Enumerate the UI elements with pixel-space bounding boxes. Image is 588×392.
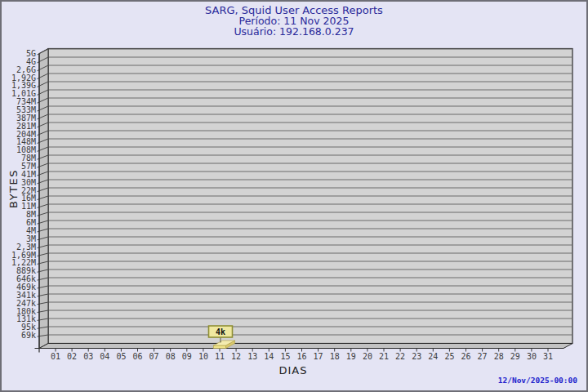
x-tick-label: 28 bbox=[494, 352, 504, 361]
x-tick-label: 23 bbox=[412, 352, 421, 361]
x-tick-label: 24 bbox=[428, 352, 438, 361]
x-tick-label: 07 bbox=[149, 352, 159, 361]
generated-timestamp: 12/Nov/2025-00:00 bbox=[498, 376, 577, 385]
x-tick-label: 01 bbox=[51, 352, 60, 361]
x-tick-label: 26 bbox=[461, 352, 470, 361]
x-tick-label: 25 bbox=[444, 352, 454, 361]
x-tick-label: 29 bbox=[510, 352, 520, 361]
x-tick-label: 03 bbox=[83, 352, 93, 361]
x-tick-label: 12 bbox=[231, 352, 241, 361]
x-tick-label: 02 bbox=[67, 352, 77, 361]
x-tick-label: 31 bbox=[543, 352, 553, 361]
x-tick-label: 18 bbox=[330, 352, 340, 361]
chart-frame: SARG, Squid User Access Reports Período:… bbox=[0, 0, 588, 392]
plot-area: 5G4G2,6G1,92G1,39G1,01G734M533M387M281M2… bbox=[0, 0, 588, 392]
x-tick-label: 27 bbox=[478, 352, 488, 361]
x-tick-label: 09 bbox=[182, 352, 192, 361]
x-tick-label: 05 bbox=[116, 352, 126, 361]
x-tick-label: 20 bbox=[363, 352, 372, 361]
bar bbox=[214, 345, 226, 349]
x-tick-label: 22 bbox=[395, 352, 405, 361]
x-tick-label: 17 bbox=[314, 352, 323, 361]
x-tick-label: 06 bbox=[132, 352, 142, 361]
plot-floor bbox=[39, 344, 572, 349]
x-tick-label: 10 bbox=[198, 352, 208, 361]
x-tick-label: 11 bbox=[215, 352, 225, 361]
x-tick-label: 30 bbox=[527, 352, 537, 361]
y-axis-title: BYTES bbox=[7, 169, 20, 208]
x-tick-label: 14 bbox=[264, 352, 274, 361]
x-tick-label: 13 bbox=[247, 352, 257, 361]
x-tick-label: 21 bbox=[379, 352, 389, 361]
x-axis-title: DIAS bbox=[279, 364, 308, 376]
x-tick-label: 15 bbox=[280, 352, 290, 361]
x-tick-label: 19 bbox=[346, 352, 356, 361]
bar-value-label: 4k bbox=[216, 327, 225, 336]
x-tick-label: 08 bbox=[166, 352, 176, 361]
x-tick-label: 04 bbox=[100, 352, 109, 361]
y-tick-label: 69k bbox=[21, 331, 36, 340]
x-tick-label: 16 bbox=[296, 352, 306, 361]
